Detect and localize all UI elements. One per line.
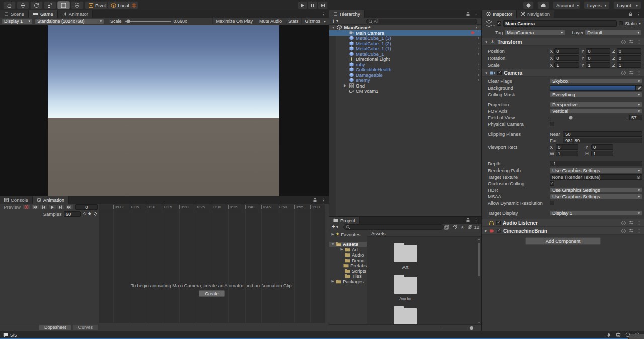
hdr-dropdown[interactable]: Use Graphics Settings▾ (550, 187, 642, 193)
fov-axis-dropdown[interactable]: Vertical▾ (550, 108, 642, 114)
kebab-menu-icon[interactable]: ⋮ (474, 25, 479, 30)
camera-enabled-checkbox[interactable]: ✓ (497, 71, 502, 75)
projection-dropdown[interactable]: Perspective▾ (550, 102, 642, 107)
hierarchy-item-metalcube-1[interactable]: MetalCube_1› (329, 51, 481, 57)
foldout-open-icon[interactable]: ▼ (331, 242, 334, 246)
play-button[interactable] (298, 1, 307, 9)
notifications-muted-icon[interactable] (606, 332, 611, 337)
viewport-rect-w-field[interactable]: 1 (556, 151, 578, 156)
active-checkbox[interactable]: ✓ (497, 21, 501, 26)
game-viewport[interactable] (0, 25, 329, 196)
preview-button[interactable]: Preview (2, 204, 23, 210)
chevron-down-icon[interactable]: ▾ (336, 225, 338, 229)
hierarchy-item-metalcube-1-2-[interactable]: MetalCube_1 (2)› (329, 41, 481, 46)
dopesheet-button[interactable]: Dopesheet (39, 324, 72, 330)
display-dropdown[interactable]: Display 1▾ (2, 19, 33, 24)
kebab-menu-icon[interactable]: ⋮ (474, 12, 478, 17)
foldout-closed-icon[interactable]: ▶ (485, 229, 487, 233)
help-icon[interactable]: ? (621, 71, 626, 75)
prefab-chevron-icon[interactable]: › (478, 36, 479, 40)
hand-tool-button[interactable] (3, 1, 16, 9)
object-picker-icon[interactable]: ⊙ (636, 175, 640, 180)
search-by-label-icon[interactable] (452, 225, 457, 230)
hierarchy-item-damageable[interactable]: Damageable› (329, 72, 481, 78)
scrollbar-thumb[interactable] (478, 243, 480, 276)
kebab-menu-icon[interactable]: ⋮ (321, 12, 326, 17)
hierarchy-item-metalcube-1-1-[interactable]: MetalCube_1 (1)› (329, 46, 481, 52)
gameobject-name-field[interactable]: Main Camera (503, 20, 617, 27)
record-button[interactable] (23, 204, 31, 210)
search-by-type-icon[interactable] (444, 225, 449, 230)
scale-y-field[interactable]: 1 (586, 62, 610, 68)
gizmo-settings-button[interactable] (523, 1, 534, 9)
foldout-open-icon[interactable]: ▼ (332, 26, 335, 29)
next-key-button[interactable] (57, 204, 65, 210)
asset-folder-audio[interactable]: Audio (379, 275, 431, 301)
transform-component-header[interactable]: ▼ Transform ? ⋮ (482, 38, 644, 46)
cinemachine-brain-header[interactable]: ▶ ✓ CinemachineBrain ? ⋮ (482, 227, 644, 235)
viewport-rect-y-field[interactable]: 0 (591, 144, 613, 150)
step-button[interactable] (318, 1, 328, 9)
position-z-field[interactable]: 0 (617, 48, 641, 54)
layout-dropdown[interactable]: Layout▾ (613, 1, 641, 9)
chevron-down-icon[interactable]: ▾ (336, 19, 338, 23)
kebab-menu-icon[interactable]: ⋮ (637, 70, 641, 75)
project-tree-item-assets[interactable]: ▼Assets (329, 242, 367, 247)
kebab-menu-icon[interactable]: ⋮ (636, 12, 641, 17)
samples-field[interactable]: 60 (64, 211, 81, 217)
target-texture-object-field[interactable]: None (Render Texture)⊙ (550, 174, 642, 180)
prefab-chevron-icon[interactable]: › (478, 41, 479, 46)
prefab-chevron-icon[interactable]: › (478, 46, 479, 51)
occlusion-culling-checkbox[interactable]: ✓ (550, 181, 554, 186)
prev-key-button[interactable] (40, 204, 48, 210)
tab-scene[interactable]: Scene (0, 10, 29, 18)
tab-animator[interactable]: Animator (58, 10, 93, 18)
timeline-body[interactable]: To begin animating Main Camera, create a… (99, 210, 325, 323)
foldout-closed-icon[interactable]: ▶ (340, 247, 343, 251)
far-field[interactable]: 981.89 (563, 138, 642, 143)
scene-header-row[interactable]: ▼ MainScene* ⋮ (329, 25, 481, 30)
audio-listener-checkbox[interactable]: ✓ (496, 221, 501, 225)
background-color-field[interactable] (550, 85, 636, 91)
kebab-menu-icon[interactable]: ⋮ (637, 39, 641, 44)
rotation-z-field[interactable]: 0 (617, 55, 641, 61)
rotation-y-field[interactable]: 0 (586, 55, 610, 61)
layers-dropdown[interactable]: Layers▾ (584, 1, 610, 9)
project-tree-item-audio[interactable]: Audio (329, 252, 367, 258)
field-of-view-value-field[interactable]: 57 (629, 115, 642, 120)
scale-z-field[interactable]: 1 (617, 62, 641, 68)
prefab-chevron-icon[interactable]: › (478, 73, 479, 77)
culling-mask-dropdown[interactable]: Everything▾ (550, 92, 642, 97)
depth-field[interactable]: -1 (550, 161, 642, 166)
hierarchy-item-collectiblehealth[interactable]: CollectibleHealth› (329, 67, 481, 73)
project-tree-item-packages[interactable]: ▶Packages (329, 279, 367, 284)
audio-listener-header[interactable]: ✓ Audio Listener ? ⋮ (482, 219, 644, 227)
kebab-menu-icon[interactable]: ⋮ (637, 220, 641, 225)
prefab-chevron-icon[interactable]: › (478, 62, 479, 67)
help-icon[interactable]: ? (621, 221, 626, 225)
foldout-closed-icon[interactable]: ▶ (331, 232, 334, 236)
lock-icon[interactable] (466, 12, 470, 17)
kebab-menu-icon[interactable]: ⋮ (637, 228, 641, 233)
presets-icon[interactable] (629, 228, 634, 233)
lock-icon[interactable] (313, 198, 317, 203)
prefab-chevron-icon[interactable]: › (478, 78, 479, 82)
near-field[interactable]: 50 (563, 131, 642, 137)
lock-icon[interactable] (466, 218, 470, 223)
project-tree-item-scripts[interactable]: Scripts (329, 268, 367, 274)
thumbnail-zoom-slider[interactable] (439, 328, 471, 328)
move-tool-button[interactable] (17, 1, 29, 9)
timeline-ruler[interactable]: 0:000:050:100:150:200:250:300:350:400:45… (99, 204, 325, 210)
chevron-down-icon[interactable]: ▾ (493, 23, 495, 27)
grid-snap-button[interactable] (130, 1, 138, 9)
project-search-input[interactable] (343, 224, 444, 230)
target-display-dropdown[interactable]: Display 1▾ (550, 210, 642, 216)
foldout-open-icon[interactable]: ▼ (485, 40, 488, 44)
allow-dynamic-resolution-checkbox[interactable] (550, 201, 554, 205)
mute-audio-button[interactable]: Mute Audio (256, 18, 285, 25)
tab-hierarchy[interactable]: Hierarchy (329, 10, 365, 18)
hierarchy-item-ruby[interactable]: ruby› (329, 62, 481, 67)
scale-tool-button[interactable] (44, 1, 56, 9)
tab-animation[interactable]: Animation (33, 196, 69, 204)
rotate-tool-button[interactable] (30, 1, 43, 9)
